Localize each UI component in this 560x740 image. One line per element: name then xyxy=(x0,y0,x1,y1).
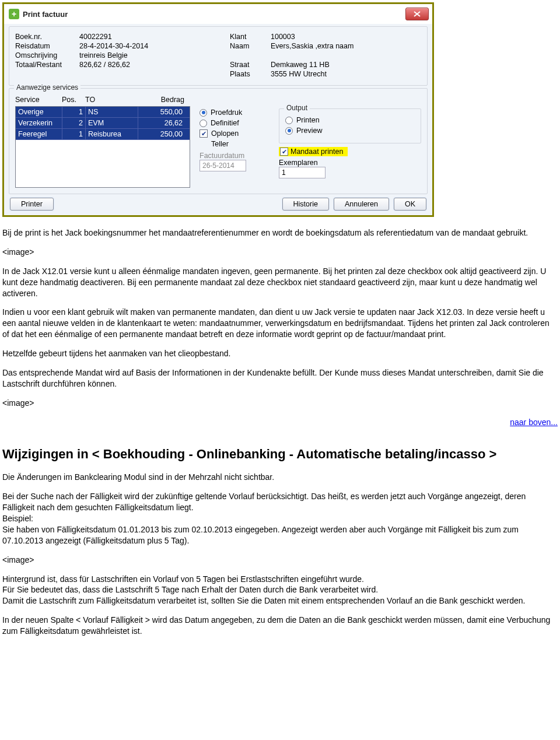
services-legend: Aanwezige services xyxy=(14,83,80,92)
paragraph: Bei der Suche nach der Fälligkeit wird d… xyxy=(2,491,558,546)
printen-radio[interactable]: Printen xyxy=(285,116,415,124)
totaal-label: Totaal/Restant xyxy=(15,61,79,69)
plaats-label: Plaats xyxy=(230,70,271,78)
annuleren-button[interactable]: Annuleren xyxy=(334,198,389,211)
paragraph: Hetzelfde gebeurt tijdens het aanmaken v… xyxy=(2,348,558,359)
check-icon: ✔ xyxy=(280,148,288,156)
services-table[interactable]: Overige 1 NS 550,00 Verzekerin 2 EVM 26,… xyxy=(15,106,190,188)
col-service: Service xyxy=(15,96,62,104)
document-body: Bij de print is het Jack boekingsnummer … xyxy=(2,227,558,637)
dialog-title: Print factuur xyxy=(23,10,68,19)
straat-label: Straat xyxy=(230,61,271,69)
col-to: TO xyxy=(85,96,138,104)
paragraph: Die Änderungen im Bankclearing Modul sin… xyxy=(2,472,558,483)
straat-value: Demkaweg 11 HB xyxy=(271,61,330,69)
services-panel: Aanwezige services Service Pos. TO Bedra… xyxy=(9,88,428,194)
table-row[interactable]: Overige 1 NS 550,00 xyxy=(16,107,190,118)
naam-value: Evers,Saskia ,extra naam xyxy=(271,42,354,50)
oplopen-check[interactable]: ✔Oplopen xyxy=(200,129,270,138)
definitief-radio[interactable]: Definitief xyxy=(200,119,270,127)
ok-button[interactable]: OK xyxy=(394,198,426,211)
plaats-value: 3555 HW Utrecht xyxy=(271,70,327,78)
klant-label: Klant xyxy=(230,33,271,41)
output-group: Output Printen Preview xyxy=(279,108,421,143)
paragraph: In der neuen Spalte < Vorlauf Fälligkeit… xyxy=(2,615,558,637)
paragraph: Indien u voor een klant gebruik wilt mak… xyxy=(2,307,558,340)
klant-value: 100003 xyxy=(271,33,295,41)
paragraph: Hintergrund ist, dass für Lastschriften … xyxy=(2,574,558,607)
plus-icon: + xyxy=(9,9,19,19)
radio-icon xyxy=(285,127,293,135)
historie-button[interactable]: Historie xyxy=(282,198,329,211)
factuurdatum-label: Factuurdatum xyxy=(200,152,270,160)
check-icon: ✔ xyxy=(200,129,208,138)
radio-icon xyxy=(200,120,207,127)
factuurdatum-input xyxy=(200,160,246,171)
boeknr-value: 40022291 xyxy=(79,33,112,41)
table-row[interactable]: Feeregel 1 Reisburea 250,00 xyxy=(16,129,190,140)
reisdatum-label: Reisdatum xyxy=(15,42,79,50)
exemplaren-input[interactable] xyxy=(279,167,326,178)
print-factuur-dialog: + Print factuur Boek.nr.40022291 Reisdat… xyxy=(2,2,434,217)
top-link[interactable]: naar boven... xyxy=(510,418,558,427)
preview-radio[interactable]: Preview xyxy=(285,127,415,135)
boeknr-label: Boek.nr. xyxy=(15,33,79,41)
output-legend: Output xyxy=(284,104,310,112)
info-panel: Boek.nr.40022291 Reisdatum28-4-2014-30-4… xyxy=(9,26,428,86)
omschrijving-label: Omschrijving xyxy=(15,51,79,59)
title-bar: + Print factuur xyxy=(4,4,432,24)
mandaat-printen-check[interactable]: ✔Mandaat printen xyxy=(279,147,421,156)
naam-label: Naam xyxy=(230,42,271,50)
reisdatum-value: 28-4-2014-30-4-2014 xyxy=(79,42,148,50)
printer-button[interactable]: Printer xyxy=(10,198,54,211)
image-placeholder: <image> xyxy=(2,247,558,258)
totaal-value: 826,62 / 826,62 xyxy=(79,61,130,69)
proefdruk-radio[interactable]: Proefdruk xyxy=(200,108,270,117)
image-placeholder: <image> xyxy=(2,555,558,566)
radio-icon xyxy=(285,117,293,124)
close-button[interactable] xyxy=(405,8,429,20)
radio-icon xyxy=(200,109,207,117)
image-placeholder: <image> xyxy=(2,398,558,409)
table-row[interactable]: Verzekerin 2 EVM 26,62 xyxy=(16,118,190,129)
teller-label: Teller xyxy=(211,140,229,148)
section-heading: Wijzigingen in < Boekhouding - Onlineban… xyxy=(2,446,558,463)
col-pos: Pos. xyxy=(62,96,85,104)
omschrijving-value: treinreis Belgie xyxy=(79,51,128,59)
col-bedrag: Bedrag xyxy=(138,96,184,104)
paragraph: In de Jack X12.01 versie kunt u alleen é… xyxy=(2,266,558,299)
paragraph: Das entsprechende Mandat wird auf Basis … xyxy=(2,367,558,390)
exemplaren-label: Exemplaren xyxy=(279,159,421,167)
paragraph: Bij de print is het Jack boekingsnummer … xyxy=(2,227,558,239)
